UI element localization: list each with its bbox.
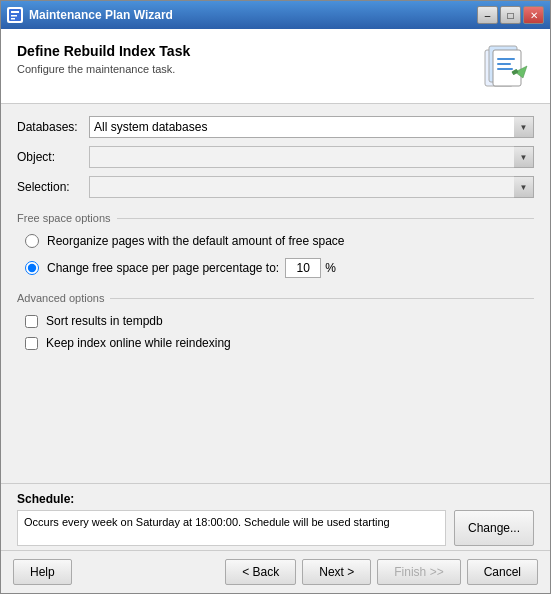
reorganize-label: Reorganize pages with the default amount… xyxy=(47,234,345,248)
content-area: Databases: All system databases ▼ Object… xyxy=(1,104,550,473)
next-button[interactable]: Next > xyxy=(302,559,371,585)
radio-row-2: Change free space per page percentage to… xyxy=(17,258,534,278)
window-title: Maintenance Plan Wizard xyxy=(29,8,477,22)
databases-control: All system databases ▼ xyxy=(89,116,534,138)
databases-dropdown[interactable]: All system databases xyxy=(89,116,534,138)
change-button[interactable]: Change... xyxy=(454,510,534,546)
advanced-section-title: Advanced options xyxy=(17,292,534,304)
cancel-button[interactable]: Cancel xyxy=(467,559,538,585)
selection-dropdown[interactable] xyxy=(89,176,534,198)
pct-unit: % xyxy=(325,261,336,275)
svg-rect-7 xyxy=(497,58,515,60)
svg-rect-1 xyxy=(11,11,19,13)
header-title: Define Rebuild Index Task xyxy=(17,43,474,59)
databases-row: Databases: All system databases ▼ xyxy=(17,116,534,138)
object-label: Object: xyxy=(17,150,89,164)
object-dropdown[interactable] xyxy=(89,146,534,168)
maximize-button[interactable]: □ xyxy=(500,6,521,24)
schedule-label: Schedule: xyxy=(17,492,534,506)
object-row: Object: ▼ xyxy=(17,146,534,168)
selection-label: Selection: xyxy=(17,180,89,194)
svg-rect-9 xyxy=(497,68,513,70)
window-icon xyxy=(7,7,23,23)
schedule-section: Schedule: Occurs every week on Saturday … xyxy=(1,483,550,550)
main-window: Maintenance Plan Wizard – □ ✕ Define Reb… xyxy=(0,0,551,594)
header-section: Define Rebuild Index Task Configure the … xyxy=(1,29,550,104)
sort-tempdb-checkbox[interactable] xyxy=(25,315,38,328)
close-button[interactable]: ✕ xyxy=(523,6,544,24)
change-free-space-radio[interactable] xyxy=(25,261,39,275)
header-subtitle: Configure the maintenance task. xyxy=(17,63,474,75)
keep-index-checkbox-row: Keep index online while reindexing xyxy=(17,336,534,350)
object-control: ▼ xyxy=(89,146,534,168)
header-text: Define Rebuild Index Task Configure the … xyxy=(17,43,474,75)
reorganize-radio[interactable] xyxy=(25,234,39,248)
schedule-text: Occurs every week on Saturday at 18:00:0… xyxy=(17,510,446,546)
finish-button[interactable]: Finish >> xyxy=(377,559,460,585)
radio-row-1: Reorganize pages with the default amount… xyxy=(17,234,534,248)
keep-index-online-checkbox[interactable] xyxy=(25,337,38,350)
footer: Help < Back Next > Finish >> Cancel xyxy=(1,550,550,593)
sort-tempdb-label: Sort results in tempdb xyxy=(46,314,163,328)
back-button[interactable]: < Back xyxy=(225,559,296,585)
title-bar-controls: – □ ✕ xyxy=(477,6,544,24)
free-space-section-title: Free space options xyxy=(17,212,534,224)
selection-row: Selection: ▼ xyxy=(17,176,534,198)
svg-rect-2 xyxy=(11,15,17,17)
databases-label: Databases: xyxy=(17,120,89,134)
help-button[interactable]: Help xyxy=(13,559,72,585)
svg-rect-8 xyxy=(497,63,511,65)
header-icon xyxy=(474,43,534,93)
minimize-button[interactable]: – xyxy=(477,6,498,24)
schedule-row: Occurs every week on Saturday at 18:00:0… xyxy=(17,510,534,546)
sort-checkbox-row: Sort results in tempdb xyxy=(17,314,534,328)
title-bar: Maintenance Plan Wizard – □ ✕ xyxy=(1,1,550,29)
selection-control: ▼ xyxy=(89,176,534,198)
svg-rect-3 xyxy=(11,18,15,20)
change-free-space-label: Change free space per page percentage to… xyxy=(47,261,279,275)
percentage-input[interactable] xyxy=(285,258,321,278)
keep-index-online-label: Keep index online while reindexing xyxy=(46,336,231,350)
